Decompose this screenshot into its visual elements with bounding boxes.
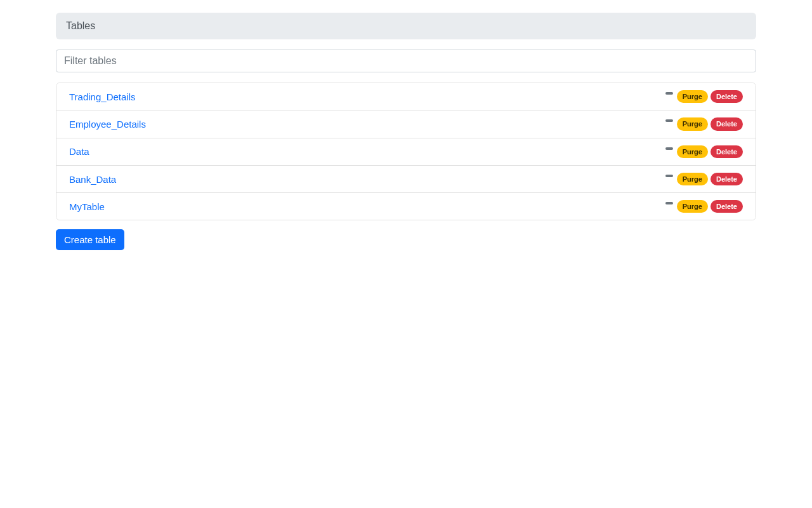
table-row: Employee_Details Purge Delete — [56, 110, 756, 138]
table-row: Data Purge Delete — [56, 138, 756, 166]
delete-button[interactable]: Delete — [710, 200, 743, 213]
tables-page: Tables Trading_Details Purge Delete Empl… — [51, 13, 761, 250]
table-name-link[interactable]: Trading_Details — [69, 91, 136, 102]
purge-button[interactable]: Purge — [677, 173, 708, 185]
page-title: Tables — [56, 13, 756, 39]
purge-button[interactable]: Purge — [677, 117, 708, 130]
table-row: Bank_Data Purge Delete — [56, 166, 756, 193]
status-badge — [665, 202, 673, 204]
status-badge — [665, 92, 673, 95]
status-badge — [665, 175, 673, 177]
page-title-text: Tables — [66, 20, 95, 31]
table-name-link[interactable]: Bank_Data — [69, 174, 116, 185]
delete-button[interactable]: Delete — [710, 173, 743, 185]
row-actions: Purge Delete — [665, 200, 743, 213]
row-actions: Purge Delete — [665, 117, 743, 130]
table-row: MyTable Purge Delete — [56, 193, 756, 220]
table-name-link[interactable]: MyTable — [69, 201, 105, 212]
delete-button[interactable]: Delete — [710, 90, 743, 103]
table-name-link[interactable]: Data — [69, 146, 89, 157]
table-row: Trading_Details Purge Delete — [56, 83, 756, 110]
table-name-link[interactable]: Employee_Details — [69, 119, 146, 130]
row-actions: Purge Delete — [665, 90, 743, 103]
row-actions: Purge Delete — [665, 145, 743, 158]
filter-tables-input[interactable] — [56, 50, 756, 72]
purge-button[interactable]: Purge — [677, 145, 708, 158]
purge-button[interactable]: Purge — [677, 200, 708, 213]
status-badge — [665, 147, 673, 150]
tables-list: Trading_Details Purge Delete Employee_De… — [56, 83, 756, 220]
row-actions: Purge Delete — [665, 173, 743, 185]
status-badge — [665, 119, 673, 122]
delete-button[interactable]: Delete — [710, 145, 743, 158]
create-table-button[interactable]: Create table — [56, 229, 124, 250]
delete-button[interactable]: Delete — [710, 117, 743, 130]
purge-button[interactable]: Purge — [677, 90, 708, 103]
